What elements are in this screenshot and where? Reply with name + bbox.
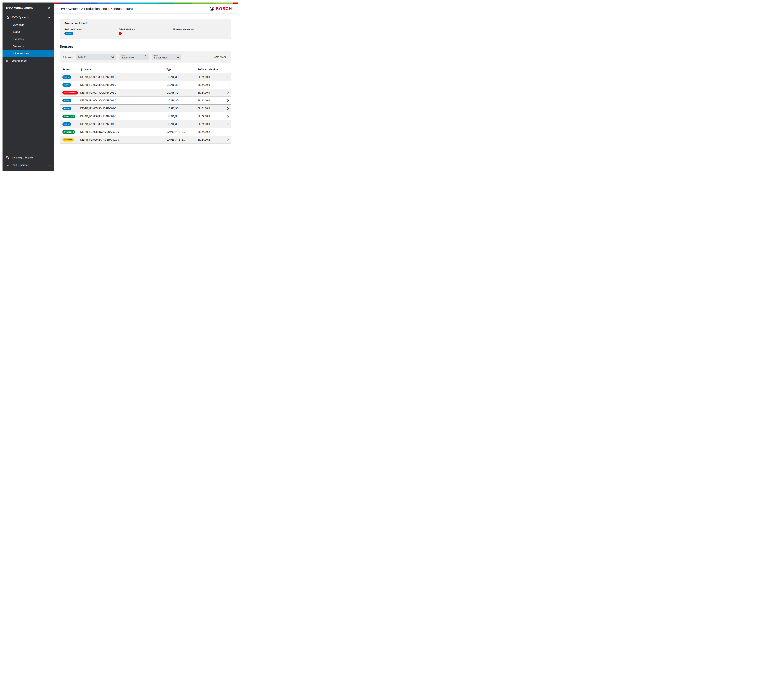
top-bar: RVO Systems > Production Line 1 > Infras… [54, 4, 238, 14]
chevron-up-down-icon [176, 55, 180, 59]
sidebar-bottom: Language: English Paul (Operator) [3, 154, 54, 171]
breadcrumb[interactable]: RVO Systems > Production Line 1 > Infras… [59, 7, 133, 11]
row-chevron-right-icon[interactable] [224, 76, 232, 79]
failed-missions-badge: 1 [119, 32, 122, 35]
status-badge: Active [62, 107, 71, 110]
table-row[interactable]: Unknown DE-AB_R1-009-IDCAMERA-001-0 CAME… [59, 136, 232, 144]
sidebar-item-event-log[interactable]: Event log [3, 36, 54, 43]
sensor-type: LIDAR_3D [166, 123, 198, 126]
status-badge: Active [62, 123, 71, 126]
column-header-type: Type [166, 68, 198, 71]
main-area: RVO Systems > Production Line 1 > Infras… [54, 3, 238, 171]
filter-label: Status [121, 54, 144, 56]
sidebar-item-user-manual[interactable]: User manual [3, 57, 54, 65]
sidebar-item-live-map[interactable]: Live map [3, 21, 54, 28]
stat-failed-missions: Failed missions 1 [119, 28, 173, 36]
sidebar-nav: RVO Systems Live map Status Event log Se… [3, 14, 54, 65]
filter-value: Select Filter [154, 56, 176, 59]
language-selector[interactable]: Language: English [3, 154, 54, 161]
brand-wordmark: BOSCH [216, 6, 232, 11]
sensor-version: BL-24.10.0 [198, 84, 224, 86]
table-row[interactable]: Active DE-AB_R1-001-3DLIDAR-001-0 LIDAR_… [59, 73, 232, 81]
bosch-supergraphic-stripe [54, 3, 238, 4]
sensor-name: DE-AB_R1-007-3DLIDAR-001-0 [80, 123, 116, 126]
table-row[interactable]: Disconnected DE-AB_R1-003-3DLIDAR-001-0 … [59, 89, 232, 97]
sidebar-item-label: RVO Systems [12, 16, 28, 19]
brand: BOSCH [210, 6, 232, 11]
sidebar-item-rvo-systems[interactable]: RVO Systems [3, 14, 54, 21]
sidebar-item-infrastructure[interactable]: Infrastructure [3, 50, 54, 57]
sensor-version: BL-24.10.0 [198, 76, 224, 79]
table-row[interactable]: Connected DE-AB_R1-006-3DLIDAR-001-0 LID… [59, 112, 232, 120]
chevron-down-icon [47, 163, 51, 167]
sensor-name: DE-AB_R1-008-IDCAMERA-001-0 [80, 130, 119, 134]
chevron-down-icon [47, 16, 51, 19]
row-chevron-right-icon[interactable] [224, 92, 232, 94]
filter-label: Type [154, 54, 176, 56]
row-chevron-right-icon[interactable] [224, 123, 232, 126]
panel-title: Production Line 1 [64, 22, 227, 25]
home-icon [6, 16, 9, 19]
status-badge: Active [62, 83, 71, 87]
table-row[interactable]: Active DE-AB_R1-005-3DLIDAR-001-0 LIDAR_… [59, 104, 232, 112]
user-menu[interactable]: Paul (Operator) [3, 161, 54, 169]
sidebar-item-label: Live map [13, 23, 24, 26]
search-input[interactable] [78, 55, 111, 59]
sensor-type: LIDAR_3D [166, 92, 198, 94]
row-chevron-right-icon[interactable] [224, 138, 232, 141]
manual-book-icon [6, 59, 9, 63]
row-chevron-right-icon[interactable] [224, 130, 232, 134]
reset-filters-button[interactable]: Reset filters [213, 56, 228, 59]
sensor-name: DE-AB_R1-009-IDCAMERA-001-0 [80, 138, 119, 141]
sidebar-item-label: Status [13, 30, 20, 34]
sidebar-item-label: Event log [13, 37, 24, 41]
stat-label: Failed missions [119, 28, 173, 30]
language-label: Language: English [12, 156, 33, 159]
status-badge: Unknown [62, 138, 74, 141]
sort-ascending-icon[interactable] [80, 68, 83, 71]
sensor-table: Status Name Type Software Version Active… [59, 67, 232, 144]
sensor-type: LIDAR_3D [166, 76, 198, 79]
sensor-name: DE-AB_R1-002-3DLIDAR-001-0 [80, 84, 116, 86]
status-badge: Active [62, 75, 71, 79]
table-row[interactable]: Connected DE-AB_R1-008-IDCAMERA-001-0 CA… [59, 128, 232, 136]
content: Production Line 1 RVO Health state Activ… [54, 14, 238, 150]
column-header-status: Status [59, 68, 80, 71]
sensor-name: DE-AB_R1-005-3DLIDAR-001-0 [80, 107, 116, 110]
table-row[interactable]: Active DE-AB_R1-004-3DLIDAR-001-0 LIDAR_… [59, 97, 232, 104]
row-chevron-right-icon[interactable] [224, 84, 232, 86]
sensor-type: LIDAR_3D [166, 107, 198, 110]
status-filter-select[interactable]: Status Select Filter [120, 54, 149, 61]
sensor-type: CAMERA_STE... [166, 138, 198, 141]
sensor-type: CAMERA_STE... [166, 130, 198, 134]
type-filter-select[interactable]: Type Select Filter [152, 54, 181, 61]
sidebar-item-sessions[interactable]: Sessions [3, 43, 54, 50]
sensor-type: LIDAR_3D [166, 99, 198, 102]
sensor-version: BL-24.10.0 [198, 107, 224, 110]
filter-value: Select Filter [121, 56, 144, 59]
sidebar-item-status[interactable]: Status [3, 28, 54, 36]
sensor-table-body: Active DE-AB_R1-001-3DLIDAR-001-0 LIDAR_… [59, 73, 232, 144]
stat-health-state: RVO Health state Active [64, 28, 119, 36]
row-chevron-right-icon[interactable] [224, 107, 232, 110]
health-status-badge: Active [64, 32, 73, 36]
close-icon[interactable] [47, 6, 51, 9]
row-chevron-right-icon[interactable] [224, 115, 232, 118]
status-badge: Connected [62, 130, 75, 134]
sensor-count: 9 Sensors [63, 56, 73, 58]
stat-label: RVO Health state [64, 28, 119, 30]
sensor-version: BL-24.10.0 [198, 115, 224, 118]
stat-missions-in-progress: Missions in progress 1 [173, 28, 227, 36]
column-header-software-version: Software Version [198, 68, 224, 71]
bosch-logo-icon [210, 6, 214, 11]
status-badge: Active [62, 99, 71, 102]
sensor-name: DE-AB_R1-003-3DLIDAR-001-0 [80, 92, 116, 94]
sensor-version: BL-24.10.0 [198, 123, 224, 126]
table-row[interactable]: Active DE-AB_R1-002-3DLIDAR-001-0 LIDAR_… [59, 81, 232, 89]
search-icon[interactable] [111, 55, 115, 59]
table-row[interactable]: Active DE-AB_R1-007-3DLIDAR-001-0 LIDAR_… [59, 120, 232, 128]
stat-label: Missions in progress [173, 28, 227, 30]
row-chevron-right-icon[interactable] [224, 99, 232, 102]
sensor-version: BL-24.10.0 [198, 92, 224, 94]
column-header-name[interactable]: Name [80, 68, 166, 71]
